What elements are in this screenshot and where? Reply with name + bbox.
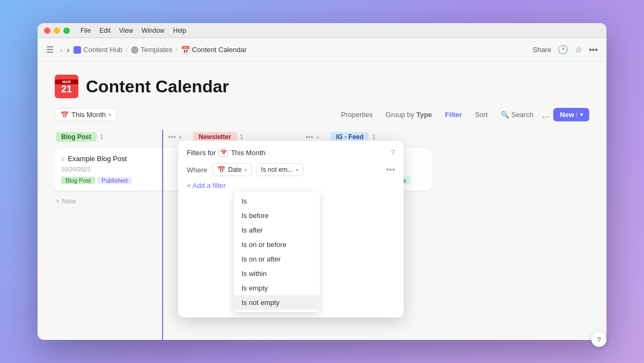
column-blog-post: Blog Post 1 ••• + ≡ Example Blog Post 10… <box>55 130 184 340</box>
sort-button[interactable]: Sort <box>471 108 492 121</box>
condition-is-before[interactable]: Is before <box>234 208 320 223</box>
history-icon[interactable]: 🕐 <box>558 45 568 55</box>
kanban-board: Blog Post 1 ••• + ≡ Example Blog Post 10… <box>55 130 589 340</box>
column-actions-blog[interactable]: ••• + <box>168 133 182 141</box>
filter-title-icon: 📅 <box>219 148 228 157</box>
window-controls <box>44 27 70 34</box>
groupby-button[interactable]: Group by Type <box>382 108 436 121</box>
toolbar-right: Properties Group by Type Filter Sort 🔍 S… <box>336 108 589 121</box>
filter-help-icon[interactable]: ? <box>391 148 395 157</box>
page-icon: MAR 21 <box>55 75 78 98</box>
calendar-icon: 📅 <box>181 46 190 54</box>
menu-help[interactable]: Help <box>173 27 187 34</box>
navbar: ☰ ‹ › Content Hub / Templates / 📅 Conten… <box>38 38 606 62</box>
new-button[interactable]: New ▾ <box>553 108 589 121</box>
new-item-blog[interactable]: + New <box>55 195 184 207</box>
hub-icon <box>74 46 81 54</box>
card-tag-published: Published <box>97 177 131 184</box>
card-blog-1: ≡ Example Blog Post 10/20/2021 Blog Post… <box>55 148 184 191</box>
add-filter-button[interactable]: + Add a filter <box>187 182 395 190</box>
chevron-condition-icon: ▾ <box>296 167 298 173</box>
more-icon[interactable]: ••• <box>589 45 598 55</box>
breadcrumb-calendar[interactable]: 📅 Content Calendar <box>181 46 247 54</box>
app-window: File Edit View Window Help ☰ ‹ › Content… <box>38 23 606 340</box>
breadcrumb-separator-2: / <box>175 46 178 54</box>
forward-button[interactable]: › <box>67 46 70 54</box>
breadcrumb-separator: / <box>126 46 128 54</box>
share-button[interactable]: Share <box>532 46 551 54</box>
filter-button[interactable]: Filter <box>441 108 466 121</box>
card-date-blog: 10/20/2021 <box>61 166 177 172</box>
menu-file[interactable]: File <box>80 27 91 34</box>
filter-title: Filters for 📅 This Month <box>187 148 265 157</box>
filter-panel-header: Filters for 📅 This Month ? <box>187 148 395 157</box>
toolbar: 📅 This Month ▾ Properties Group by Type … <box>55 108 589 121</box>
view-selector[interactable]: 📅 This Month ▾ <box>55 108 117 121</box>
card-tag-blogpost: Blog Post <box>61 177 95 184</box>
filter-field-dropdown[interactable]: 📅 Date ▾ <box>213 163 252 176</box>
column-tag-blog: Blog Post <box>56 132 97 142</box>
titlebar: File Edit View Window Help <box>38 23 606 38</box>
breadcrumb-templates[interactable]: Templates <box>131 46 172 54</box>
condition-is[interactable]: Is <box>234 194 320 208</box>
column-actions-newsletter[interactable]: ••• + <box>305 133 320 141</box>
filter-row-more[interactable]: ••• <box>386 165 395 175</box>
card-tags-blog: Blog Post Published <box>61 177 177 184</box>
filter-row: Where 📅 Date ▾ Is not em... ▾ ••• <box>187 163 395 176</box>
breadcrumb-hub[interactable]: Content Hub <box>74 46 122 54</box>
filter-condition-dropdown[interactable]: Is not em... ▾ <box>256 163 303 176</box>
star-icon[interactable]: ☆ <box>575 45 582 55</box>
condition-is-after[interactable]: Is after <box>234 223 320 237</box>
column-count-ig: 1 <box>372 133 376 141</box>
condition-is-not-empty[interactable]: Is not empty <box>234 295 320 310</box>
hamburger-icon[interactable]: ☰ <box>46 45 54 55</box>
properties-button[interactable]: Properties <box>336 108 377 121</box>
card-icon-blog: ≡ <box>61 156 64 162</box>
help-button[interactable]: ? <box>591 332 606 347</box>
menu-bar: File Edit View Window Help <box>80 27 186 34</box>
menu-view[interactable]: View <box>119 27 133 34</box>
search-button[interactable]: 🔍 Search <box>496 108 538 121</box>
breadcrumb: Content Hub / Templates / 📅 Content Cale… <box>74 46 246 54</box>
page-header: MAR 21 Content Calendar <box>55 75 589 98</box>
filter-panel: Filters for 📅 This Month ? Where 📅 Date … <box>178 141 404 317</box>
minimize-button[interactable] <box>54 27 60 34</box>
new-button-arrow[interactable]: ▾ <box>576 112 583 118</box>
templates-icon <box>131 46 138 54</box>
chevron-down-icon: ▾ <box>108 112 111 118</box>
column-count-blog: 1 <box>100 133 104 141</box>
column-header-blog: Blog Post 1 ••• + <box>55 130 184 144</box>
calendar-field-icon: 📅 <box>217 166 225 173</box>
maximize-button[interactable] <box>63 27 70 34</box>
condition-is-on-or-before[interactable]: Is on or before <box>234 237 320 252</box>
card-title-blog: ≡ Example Blog Post <box>61 155 177 163</box>
condition-is-within[interactable]: Is within <box>234 266 320 281</box>
view-label: This Month <box>71 111 106 119</box>
condition-is-empty[interactable]: Is empty <box>234 281 320 295</box>
filter-where-label: Where <box>187 166 208 174</box>
page-title: Content Calendar <box>86 77 229 97</box>
nav-actions: Share 🕐 ☆ ••• <box>532 45 598 55</box>
condition-dropdown-menu: Is Is before Is after Is on or before Is… <box>234 192 320 312</box>
main-content: MAR 21 Content Calendar 📅 This Month ▾ P… <box>38 62 606 340</box>
chevron-field-icon: ▾ <box>244 167 247 173</box>
back-button[interactable]: ‹ <box>60 46 63 54</box>
column-count-newsletter: 1 <box>240 133 244 141</box>
view-icon: 📅 <box>61 111 69 119</box>
condition-is-on-or-after[interactable]: Is on or after <box>234 252 320 266</box>
menu-edit[interactable]: Edit <box>99 27 111 34</box>
close-button[interactable] <box>44 27 50 34</box>
more-options-button[interactable]: ... <box>542 110 549 120</box>
menu-window[interactable]: Window <box>142 27 165 34</box>
